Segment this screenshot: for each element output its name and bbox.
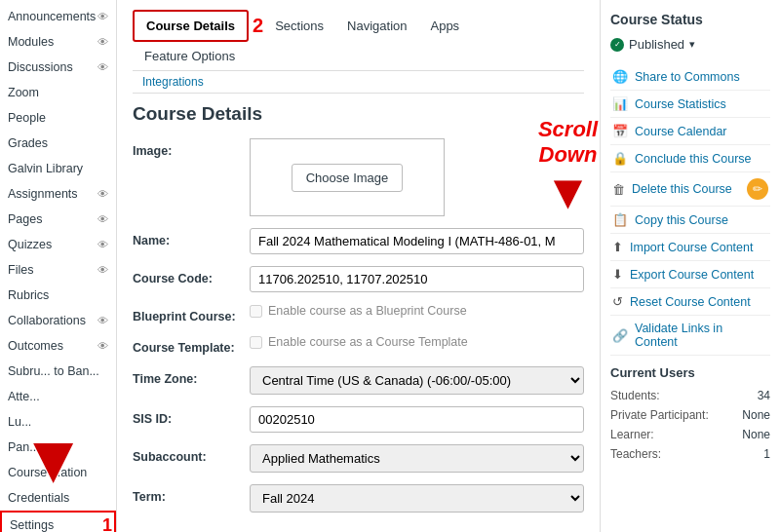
status-published-row[interactable]: ✓ Published ▾ <box>610 37 770 52</box>
action-label: Delete this Course <box>632 182 732 196</box>
form-row: Course Code: <box>133 266 584 292</box>
eye-icon: 👁 <box>98 213 108 225</box>
sidebar-item-course-citation[interactable]: Course ...ation <box>0 460 116 485</box>
action-icon: 📋 <box>612 212 628 227</box>
text-input-name[interactable] <box>250 228 584 254</box>
sidebar-item-pan[interactable]: Pan... <box>0 435 116 460</box>
sidebar-item-label: Pages <box>8 212 42 226</box>
tab-course-details[interactable]: Course Details <box>133 10 249 42</box>
sidebar-item-assignments[interactable]: Assignments👁 <box>0 181 116 207</box>
sidebar-item-label: Subru... to Ban... <box>8 364 99 378</box>
action-item-conclude-this-course[interactable]: 🔒Conclude this Course <box>610 145 770 172</box>
sidebar-item-sub[interactable]: Subru... to Ban... <box>0 359 116 384</box>
sidebar-item-announcements[interactable]: Announcements👁 <box>0 4 116 29</box>
sidebar-item-galvin-library[interactable]: Galvin Library <box>0 156 116 181</box>
action-label: Export Course Content <box>630 268 754 282</box>
action-item-course-statistics[interactable]: 📊Course Statistics <box>610 91 770 118</box>
text-input-sisid[interactable] <box>250 406 584 433</box>
form-label: Image: <box>133 138 250 158</box>
sidebar-item-settings[interactable]: Settings1 <box>0 511 116 532</box>
form-label: Term: <box>133 484 250 504</box>
sidebar-item-rubrics[interactable]: Rubrics <box>0 283 116 308</box>
published-dot: ✓ <box>610 38 624 52</box>
action-item-share-to-commons[interactable]: 🌐Share to Commons <box>610 63 770 91</box>
form-row: SIS ID: <box>133 406 584 433</box>
sidebar-item-collaborations[interactable]: Collaborations👁 <box>0 308 116 333</box>
select-subaccount[interactable]: Applied Mathematics <box>250 444 584 473</box>
form-field: Central Time (US & Canada) (-06:00/-05:0… <box>250 366 584 395</box>
choose-image-button[interactable]: Choose Image <box>292 164 404 192</box>
tab-integrations[interactable]: Integrations <box>133 71 214 93</box>
text-input-coursecode[interactable] <box>250 266 584 292</box>
course-status-title: Course Status <box>610 12 770 27</box>
sidebar-item-pages[interactable]: Pages👁 <box>0 207 116 232</box>
user-row: Learner:None <box>610 425 770 444</box>
sidebar: Announcements👁Modules👁Discussions👁ZoomPe… <box>0 0 117 532</box>
form-row: Time Zone:Central Time (US & Canada) (-0… <box>133 366 584 395</box>
course-details-form: Image:Choose ImageName:Course Code:Bluep… <box>133 138 584 513</box>
action-item-reset-course-content[interactable]: ↺Reset Course Content <box>610 288 770 316</box>
action-label: Validate Links in Content <box>635 322 768 349</box>
action-icon: 🌐 <box>612 69 628 84</box>
sidebar-item-lu[interactable]: Lu... <box>0 409 116 435</box>
form-label: Subaccount: <box>133 444 250 464</box>
current-users-title: Current Users <box>610 365 770 380</box>
sidebar-item-files[interactable]: Files👁 <box>0 257 116 283</box>
eye-icon: 👁 <box>98 36 108 48</box>
form-label: Course Template: <box>133 335 250 355</box>
user-label: Learner: <box>610 428 654 441</box>
user-label: Private Participant: <box>610 408 709 422</box>
sidebar-item-attendance[interactable]: Atte... <box>0 384 116 409</box>
action-item-copy-this-course[interactable]: 📋Copy this Course <box>610 207 770 234</box>
action-icon: 🔗 <box>612 328 628 343</box>
sidebar-item-modules[interactable]: Modules👁 <box>0 29 116 55</box>
action-icon: 🗑 <box>612 182 625 197</box>
checkbox-input[interactable] <box>250 305 262 318</box>
select-term[interactable]: Fall 2024 <box>250 484 584 513</box>
eye-icon: 👁 <box>98 340 108 352</box>
action-item-course-calendar[interactable]: 📅Course Calendar <box>610 118 770 145</box>
eye-icon: 👁 <box>98 11 108 22</box>
action-label: Copy this Course <box>635 213 728 227</box>
action-item-validate-links-in-content[interactable]: 🔗Validate Links in Content <box>610 316 770 356</box>
sidebar-item-label: Announcements <box>8 10 96 23</box>
eye-icon: 👁 <box>98 315 108 326</box>
sidebar-item-label: Pan... <box>8 440 40 454</box>
user-row: Students:34 <box>610 386 770 405</box>
sidebar-item-label: Discussions <box>8 60 73 74</box>
form-row: Blueprint Course:Enable course as a Blue… <box>133 304 584 323</box>
action-item-export-course-content[interactable]: ⬇Export Course Content <box>610 261 770 288</box>
form-row: Term:Fall 2024 <box>133 484 584 513</box>
tab-navigation[interactable]: Navigation <box>335 12 418 40</box>
sidebar-item-label: Lu... <box>8 415 31 429</box>
sidebar-item-label: Settings <box>10 518 54 532</box>
sidebar-item-grades[interactable]: Grades <box>0 131 116 156</box>
sidebar-item-label: People <box>8 111 46 125</box>
eye-icon: 👁 <box>98 61 108 73</box>
tab-feature-options[interactable]: Feature Options <box>133 42 247 70</box>
action-label: Course Statistics <box>635 97 726 111</box>
checkbox-input[interactable] <box>250 336 262 349</box>
annotation-label-1: 1 <box>102 515 112 532</box>
action-item-delete-this-course[interactable]: 🗑Delete this Course✏ <box>610 172 770 207</box>
user-value: 1 <box>763 447 770 461</box>
sidebar-item-credentials[interactable]: Credentials <box>0 485 116 511</box>
select-timezone[interactable]: Central Time (US & Canada) (-06:00/-05:0… <box>250 366 584 395</box>
sidebar-item-outcomes[interactable]: Outcomes👁 <box>0 333 116 359</box>
tab-apps[interactable]: Apps <box>418 12 471 40</box>
sidebar-item-people[interactable]: People <box>0 105 116 131</box>
user-value: 34 <box>758 389 770 402</box>
sidebar-item-label: Galvin Library <box>8 162 83 175</box>
checkbox-label: Enable course as a Course Template <box>268 335 468 349</box>
action-icon: 🔒 <box>612 151 628 166</box>
tab-sections[interactable]: Sections <box>263 12 335 40</box>
sidebar-item-zoom[interactable]: Zoom <box>0 80 116 105</box>
action-item-import-course-content[interactable]: ⬆Import Course Content <box>610 234 770 261</box>
sidebar-item-quizzes[interactable]: Quizzes👁 <box>0 232 116 257</box>
form-field <box>250 266 584 292</box>
sidebar-item-discussions[interactable]: Discussions👁 <box>0 55 116 80</box>
action-icon: 📅 <box>612 124 628 138</box>
action-label: Reset Course Content <box>630 295 751 309</box>
form-label: Blueprint Course: <box>133 304 250 323</box>
chevron-down-icon: ▾ <box>689 38 695 51</box>
